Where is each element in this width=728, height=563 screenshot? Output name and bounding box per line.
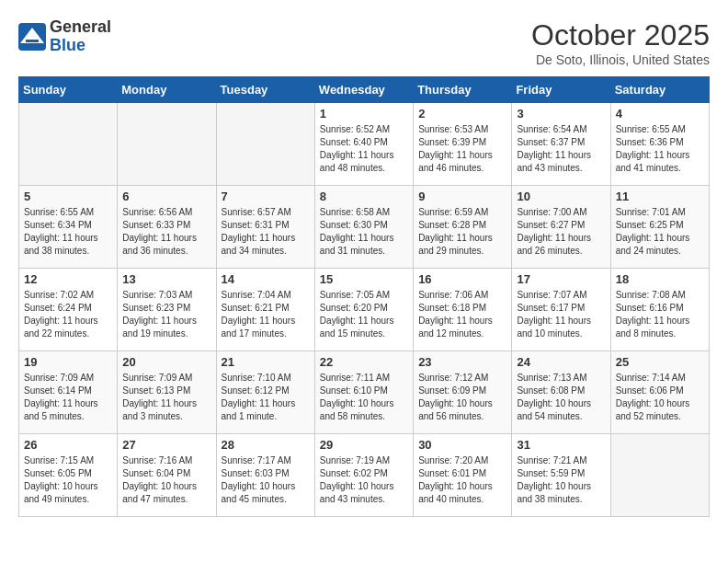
day-info: Sunrise: 6:59 AM Sunset: 6:28 PM Dayligh… [418, 206, 506, 258]
day-info: Sunrise: 6:57 AM Sunset: 6:31 PM Dayligh… [222, 206, 310, 258]
day-info: Sunrise: 7:08 AM Sunset: 6:16 PM Dayligh… [616, 289, 704, 340]
calendar-cell: 7Sunrise: 6:57 AM Sunset: 6:31 PM Daylig… [216, 186, 314, 269]
calendar-cell: 30Sunrise: 7:20 AM Sunset: 6:01 PM Dayli… [414, 434, 512, 517]
day-number: 30 [418, 438, 506, 452]
day-number: 18 [616, 272, 704, 286]
day-number: 23 [418, 355, 506, 369]
day-number: 14 [222, 272, 310, 286]
calendar-cell: 21Sunrise: 7:10 AM Sunset: 6:12 PM Dayli… [216, 351, 314, 434]
day-number: 29 [320, 438, 408, 452]
day-number: 5 [24, 190, 112, 203]
calendar-cell: 6Sunrise: 6:56 AM Sunset: 6:33 PM Daylig… [118, 186, 216, 269]
day-header-friday: Friday [512, 77, 610, 103]
calendar-cell: 9Sunrise: 6:59 AM Sunset: 6:28 PM Daylig… [414, 186, 512, 269]
week-row-2: 5Sunrise: 6:55 AM Sunset: 6:34 PM Daylig… [19, 186, 710, 269]
calendar-cell: 13Sunrise: 7:03 AM Sunset: 6:23 PM Dayli… [118, 269, 216, 351]
day-info: Sunrise: 6:56 AM Sunset: 6:33 PM Dayligh… [122, 206, 210, 258]
day-number: 22 [320, 355, 408, 369]
day-info: Sunrise: 7:16 AM Sunset: 6:04 PM Dayligh… [122, 454, 210, 506]
logo-blue: Blue [50, 37, 111, 55]
day-number: 12 [24, 272, 112, 286]
day-info: Sunrise: 7:11 AM Sunset: 6:10 PM Dayligh… [320, 372, 408, 423]
day-header-monday: Monday [118, 77, 216, 103]
day-number: 25 [616, 355, 704, 369]
logo-text: General Blue [50, 18, 111, 55]
calendar-cell: 23Sunrise: 7:12 AM Sunset: 6:09 PM Dayli… [414, 351, 512, 434]
calendar-cell: 28Sunrise: 7:17 AM Sunset: 6:03 PM Dayli… [216, 434, 314, 517]
calendar-cell: 31Sunrise: 7:21 AM Sunset: 5:59 PM Dayli… [512, 434, 610, 517]
day-info: Sunrise: 7:17 AM Sunset: 6:03 PM Dayligh… [222, 454, 310, 506]
calendar-cell: 11Sunrise: 7:01 AM Sunset: 6:25 PM Dayli… [610, 186, 709, 269]
day-number: 6 [122, 190, 210, 203]
day-number: 13 [122, 272, 210, 286]
day-header-wednesday: Wednesday [314, 77, 413, 103]
day-number: 15 [320, 272, 408, 286]
day-number: 27 [122, 438, 210, 452]
day-number: 21 [222, 355, 310, 369]
calendar-cell: 24Sunrise: 7:13 AM Sunset: 6:08 PM Dayli… [512, 351, 610, 434]
week-row-4: 19Sunrise: 7:09 AM Sunset: 6:14 PM Dayli… [19, 351, 710, 434]
day-info: Sunrise: 7:14 AM Sunset: 6:06 PM Dayligh… [616, 372, 704, 423]
day-info: Sunrise: 7:21 AM Sunset: 5:59 PM Dayligh… [517, 454, 605, 506]
day-number: 1 [320, 107, 408, 121]
day-info: Sunrise: 7:04 AM Sunset: 6:21 PM Dayligh… [222, 289, 310, 340]
calendar-cell [610, 434, 709, 517]
day-number: 8 [320, 190, 408, 203]
logo-general: General [50, 18, 111, 37]
calendar-cell: 20Sunrise: 7:09 AM Sunset: 6:13 PM Dayli… [118, 351, 216, 434]
calendar-cell: 26Sunrise: 7:15 AM Sunset: 6:05 PM Dayli… [19, 434, 118, 517]
day-info: Sunrise: 7:03 AM Sunset: 6:23 PM Dayligh… [122, 289, 210, 340]
day-info: Sunrise: 6:53 AM Sunset: 6:39 PM Dayligh… [418, 123, 506, 175]
day-number: 20 [122, 355, 210, 369]
day-number: 4 [616, 107, 704, 121]
calendar-cell: 27Sunrise: 7:16 AM Sunset: 6:04 PM Dayli… [118, 434, 216, 517]
day-number: 9 [418, 190, 506, 203]
day-info: Sunrise: 7:07 AM Sunset: 6:17 PM Dayligh… [517, 289, 605, 340]
calendar-cell [118, 103, 216, 186]
days-header-row: SundayMondayTuesdayWednesdayThursdayFrid… [19, 77, 710, 103]
day-number: 31 [517, 438, 605, 452]
day-header-saturday: Saturday [610, 77, 709, 103]
calendar-cell [216, 103, 314, 186]
calendar-cell: 22Sunrise: 7:11 AM Sunset: 6:10 PM Dayli… [314, 351, 413, 434]
day-info: Sunrise: 7:00 AM Sunset: 6:27 PM Dayligh… [517, 206, 605, 258]
day-info: Sunrise: 7:05 AM Sunset: 6:20 PM Dayligh… [320, 289, 408, 340]
calendar-cell: 25Sunrise: 7:14 AM Sunset: 6:06 PM Dayli… [610, 351, 709, 434]
calendar-cell: 10Sunrise: 7:00 AM Sunset: 6:27 PM Dayli… [512, 186, 610, 269]
calendar-cell [19, 103, 118, 186]
week-row-1: 1Sunrise: 6:52 AM Sunset: 6:40 PM Daylig… [19, 103, 710, 186]
day-info: Sunrise: 7:19 AM Sunset: 6:02 PM Dayligh… [320, 454, 408, 506]
day-info: Sunrise: 7:13 AM Sunset: 6:08 PM Dayligh… [517, 372, 605, 423]
calendar-cell: 1Sunrise: 6:52 AM Sunset: 6:40 PM Daylig… [314, 103, 413, 186]
day-number: 16 [418, 272, 506, 286]
calendar-cell: 14Sunrise: 7:04 AM Sunset: 6:21 PM Dayli… [216, 269, 314, 351]
day-header-tuesday: Tuesday [216, 77, 314, 103]
day-number: 11 [616, 190, 704, 203]
day-number: 28 [222, 438, 310, 452]
day-info: Sunrise: 6:54 AM Sunset: 6:37 PM Dayligh… [517, 123, 605, 175]
day-number: 24 [517, 355, 605, 369]
calendar-table: SundayMondayTuesdayWednesdayThursdayFrid… [18, 76, 710, 517]
day-number: 3 [517, 107, 605, 121]
day-info: Sunrise: 7:15 AM Sunset: 6:05 PM Dayligh… [24, 454, 112, 506]
calendar-cell: 18Sunrise: 7:08 AM Sunset: 6:16 PM Dayli… [610, 269, 709, 351]
day-info: Sunrise: 7:02 AM Sunset: 6:24 PM Dayligh… [24, 289, 112, 340]
day-number: 19 [24, 355, 112, 369]
day-header-sunday: Sunday [19, 77, 118, 103]
week-row-5: 26Sunrise: 7:15 AM Sunset: 6:05 PM Dayli… [19, 434, 710, 517]
week-row-3: 12Sunrise: 7:02 AM Sunset: 6:24 PM Dayli… [19, 269, 710, 351]
day-info: Sunrise: 6:52 AM Sunset: 6:40 PM Dayligh… [320, 123, 408, 175]
page-header: General Blue October 2025 De Soto, Illin… [18, 18, 710, 67]
calendar-cell: 2Sunrise: 6:53 AM Sunset: 6:39 PM Daylig… [414, 103, 512, 186]
day-number: 26 [24, 438, 112, 452]
day-number: 2 [418, 107, 506, 121]
day-info: Sunrise: 7:20 AM Sunset: 6:01 PM Dayligh… [418, 454, 506, 506]
day-info: Sunrise: 6:58 AM Sunset: 6:30 PM Dayligh… [320, 206, 408, 258]
day-info: Sunrise: 7:12 AM Sunset: 6:09 PM Dayligh… [418, 372, 506, 423]
logo-icon [18, 23, 46, 51]
svg-rect-2 [26, 40, 39, 42]
calendar-cell: 12Sunrise: 7:02 AM Sunset: 6:24 PM Dayli… [19, 269, 118, 351]
day-info: Sunrise: 7:01 AM Sunset: 6:25 PM Dayligh… [616, 206, 704, 258]
day-header-thursday: Thursday [414, 77, 512, 103]
day-info: Sunrise: 6:55 AM Sunset: 6:34 PM Dayligh… [24, 206, 112, 258]
